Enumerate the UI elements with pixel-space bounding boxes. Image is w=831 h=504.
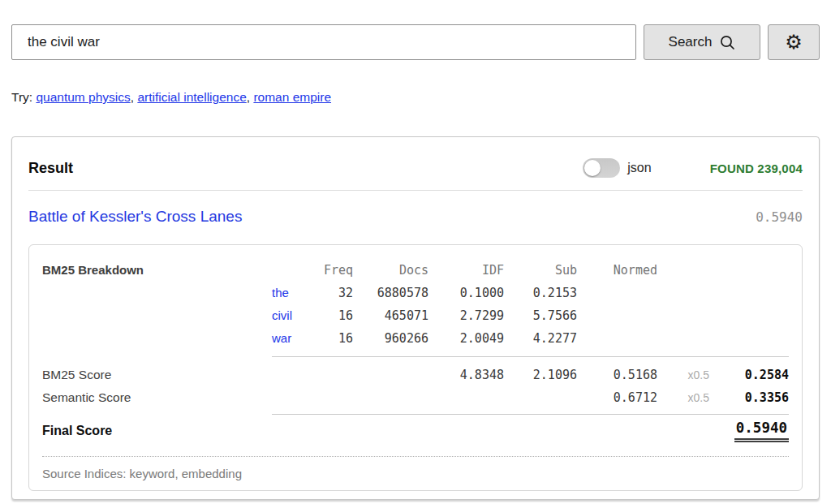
sum-divider bbox=[272, 356, 789, 357]
json-toggle-knob bbox=[584, 160, 601, 176]
separator: , bbox=[247, 90, 250, 104]
semantic-score-label: Semantic Score bbox=[42, 386, 272, 409]
bm25-weighted-score: 0.2584 bbox=[709, 364, 789, 386]
semantic-normed: 0.6712 bbox=[577, 386, 657, 409]
json-toggle-group: json bbox=[583, 158, 651, 178]
spacer bbox=[321, 386, 353, 409]
final-score-label: Final Score bbox=[42, 424, 272, 438]
spacer bbox=[709, 327, 789, 350]
spacer bbox=[504, 386, 577, 409]
term-docs: 465071 bbox=[353, 304, 428, 327]
final-score-row: Final Score 0.5940 bbox=[42, 420, 789, 442]
bm25-normed: 0.5168 bbox=[577, 364, 657, 386]
column-header-sub: Sub bbox=[504, 259, 577, 282]
bm25-score-label: BM25 Score bbox=[42, 364, 272, 386]
json-toggle[interactable] bbox=[583, 158, 620, 178]
spacer bbox=[353, 386, 428, 409]
spacer bbox=[272, 259, 321, 282]
term-row: the 32 6880578 0.1000 0.2153 bbox=[42, 282, 789, 304]
column-header-docs: Docs bbox=[353, 259, 428, 282]
bm25-sub-sum: 2.1096 bbox=[504, 364, 577, 386]
semantic-weighted-score: 0.3356 bbox=[709, 386, 789, 409]
semantic-weight-multiplier: x0.5 bbox=[657, 386, 709, 409]
final-score-value: 0.5940 bbox=[734, 420, 789, 442]
term-idf: 2.7299 bbox=[428, 304, 504, 327]
settings-button[interactable]: ⚙ bbox=[768, 24, 820, 60]
term-idf: 0.1000 bbox=[428, 282, 504, 304]
separator: , bbox=[131, 90, 134, 104]
spacer bbox=[657, 304, 709, 327]
bm25-idf-sum: 4.8348 bbox=[428, 364, 504, 386]
spacer bbox=[42, 304, 272, 327]
bm25-weight-multiplier: x0.5 bbox=[657, 364, 709, 386]
term-idf: 2.0049 bbox=[428, 327, 504, 350]
spacer bbox=[577, 282, 657, 304]
search-bar: Search ⚙ bbox=[11, 24, 820, 60]
term-freq: 16 bbox=[321, 304, 353, 327]
spacer bbox=[577, 304, 657, 327]
json-toggle-label: json bbox=[627, 161, 651, 175]
term-freq: 32 bbox=[321, 282, 353, 304]
breakdown-title: BM25 Breakdown bbox=[42, 259, 272, 282]
spacer bbox=[272, 386, 321, 409]
spacer bbox=[657, 282, 709, 304]
bm25-breakdown-box: BM25 Breakdown Freq Docs IDF Sub Normed … bbox=[28, 244, 803, 491]
column-header-freq: Freq bbox=[321, 259, 353, 282]
term-link-war[interactable]: war bbox=[272, 331, 291, 345]
document-title-link[interactable]: Battle of Kessler's Cross Lanes bbox=[28, 208, 756, 226]
term-docs: 960266 bbox=[353, 327, 428, 350]
result-heading: Result bbox=[28, 160, 583, 177]
spacer bbox=[657, 259, 709, 282]
suggestions-row: Try: quantum physics, artificial intelli… bbox=[11, 90, 820, 105]
bm25-score-row: BM25 Score 4.8348 2.1096 0.5168 x0.5 0.2… bbox=[42, 364, 789, 386]
term-sub: 4.2277 bbox=[504, 327, 577, 350]
suggestion-link-roman-empire[interactable]: roman empire bbox=[253, 90, 331, 104]
found-count-badge: FOUND 239,004 bbox=[710, 162, 803, 175]
spacer bbox=[709, 304, 789, 327]
spacer bbox=[42, 327, 272, 350]
term-docs: 6880578 bbox=[353, 282, 428, 304]
term-link-the[interactable]: the bbox=[272, 286, 289, 299]
term-sub: 5.7566 bbox=[504, 304, 577, 327]
suggestion-link-quantum-physics[interactable]: quantum physics bbox=[36, 90, 130, 104]
source-indices: Source Indices: keyword, embedding bbox=[42, 467, 789, 480]
search-button[interactable]: Search bbox=[644, 24, 760, 60]
spacer bbox=[272, 364, 321, 386]
footer-dotted-divider bbox=[42, 456, 789, 457]
document-score: 0.5940 bbox=[756, 209, 803, 225]
spacer bbox=[657, 327, 709, 350]
column-header-normed: Normed bbox=[577, 259, 657, 282]
spacer bbox=[709, 282, 789, 304]
term-row: war 16 960266 2.0049 4.2277 bbox=[42, 327, 789, 350]
spacer bbox=[577, 327, 657, 350]
search-input[interactable] bbox=[11, 24, 636, 60]
spacer bbox=[353, 364, 428, 386]
term-sub: 0.2153 bbox=[504, 282, 577, 304]
spacer bbox=[709, 259, 789, 282]
column-header-idf: IDF bbox=[428, 259, 504, 282]
search-button-label: Search bbox=[669, 34, 713, 50]
spacer bbox=[321, 364, 353, 386]
term-row: civil 16 465071 2.7299 5.7566 bbox=[42, 304, 789, 327]
final-divider bbox=[272, 414, 789, 415]
breakdown-header-row: BM25 Breakdown Freq Docs IDF Sub Normed bbox=[42, 259, 789, 282]
try-label: Try: bbox=[11, 90, 32, 104]
suggestion-link-artificial-intelligence[interactable]: artificial intelligence bbox=[137, 90, 246, 104]
document-row: Battle of Kessler's Cross Lanes 0.5940 bbox=[28, 191, 803, 226]
page: Search ⚙ Try: quantum physics, artificia… bbox=[0, 0, 831, 500]
term-freq: 16 bbox=[321, 327, 353, 350]
semantic-score-row: Semantic Score 0.6712 x0.5 0.3356 bbox=[42, 386, 789, 409]
gear-icon: ⚙ bbox=[785, 32, 803, 52]
result-card: Result json FOUND 239,004 Battle of Kess… bbox=[11, 136, 820, 500]
spacer bbox=[42, 282, 272, 304]
result-card-header: Result json FOUND 239,004 bbox=[28, 137, 803, 190]
spacer bbox=[428, 386, 504, 409]
term-link-civil[interactable]: civil bbox=[272, 308, 292, 322]
search-icon bbox=[720, 35, 735, 50]
